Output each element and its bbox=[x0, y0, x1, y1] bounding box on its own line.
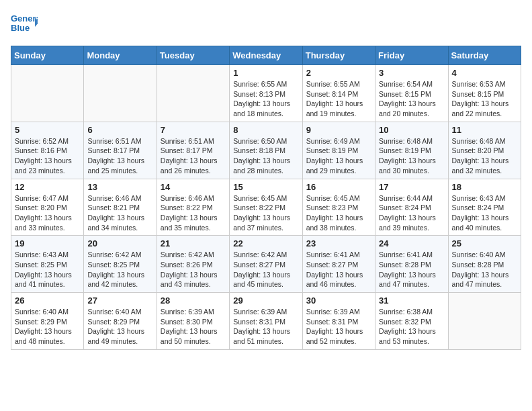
day-number: 16 bbox=[306, 182, 371, 192]
day-number: 31 bbox=[379, 295, 444, 306]
calendar-week-3: 12Sunrise: 6:47 AMSunset: 8:20 PMDayligh… bbox=[11, 179, 521, 236]
calendar-cell: 14Sunrise: 6:46 AMSunset: 8:22 PMDayligh… bbox=[157, 179, 229, 236]
day-info: Sunrise: 6:46 AMSunset: 8:21 PMDaylight:… bbox=[87, 193, 152, 233]
day-info: Sunrise: 6:53 AMSunset: 8:15 PMDaylight:… bbox=[452, 79, 517, 119]
calendar-cell: 23Sunrise: 6:41 AMSunset: 8:27 PMDayligh… bbox=[302, 236, 375, 293]
day-info: Sunrise: 6:44 AMSunset: 8:24 PMDaylight:… bbox=[379, 193, 444, 233]
day-info: Sunrise: 6:39 AMSunset: 8:31 PMDaylight:… bbox=[233, 307, 298, 347]
day-number: 5 bbox=[15, 125, 80, 135]
calendar-cell: 20Sunrise: 6:42 AMSunset: 8:25 PMDayligh… bbox=[84, 236, 157, 293]
day-number: 27 bbox=[87, 295, 152, 306]
calendar-cell: 4Sunrise: 6:53 AMSunset: 8:15 PMDaylight… bbox=[448, 65, 521, 122]
day-number: 28 bbox=[161, 295, 226, 306]
calendar-cell: 18Sunrise: 6:43 AMSunset: 8:24 PMDayligh… bbox=[448, 179, 521, 236]
day-info: Sunrise: 6:40 AMSunset: 8:29 PMDaylight:… bbox=[15, 307, 80, 347]
logo-svg: General Blue bbox=[11, 11, 38, 38]
day-info: Sunrise: 6:43 AMSunset: 8:25 PMDaylight:… bbox=[15, 250, 80, 289]
day-number: 22 bbox=[233, 238, 298, 248]
day-info: Sunrise: 6:51 AMSunset: 8:17 PMDaylight:… bbox=[87, 136, 152, 176]
day-number: 24 bbox=[379, 238, 444, 248]
svg-text:Blue: Blue bbox=[11, 23, 30, 33]
calendar-header-row: SundayMondayTuesdayWednesdayThursdayFrid… bbox=[11, 46, 521, 65]
calendar-cell: 7Sunrise: 6:51 AMSunset: 8:17 PMDaylight… bbox=[157, 122, 229, 179]
calendar-cell: 16Sunrise: 6:45 AMSunset: 8:23 PMDayligh… bbox=[302, 179, 375, 236]
day-info: Sunrise: 6:42 AMSunset: 8:25 PMDaylight:… bbox=[87, 250, 152, 289]
day-info: Sunrise: 6:43 AMSunset: 8:24 PMDaylight:… bbox=[452, 193, 517, 233]
calendar-cell: 30Sunrise: 6:39 AMSunset: 8:31 PMDayligh… bbox=[302, 293, 375, 350]
day-info: Sunrise: 6:38 AMSunset: 8:32 PMDaylight:… bbox=[379, 307, 444, 347]
day-info: Sunrise: 6:40 AMSunset: 8:29 PMDaylight:… bbox=[87, 307, 152, 347]
day-info: Sunrise: 6:49 AMSunset: 8:19 PMDaylight:… bbox=[306, 136, 371, 176]
calendar-cell: 17Sunrise: 6:44 AMSunset: 8:24 PMDayligh… bbox=[375, 179, 448, 236]
day-number: 13 bbox=[87, 182, 152, 192]
day-number: 17 bbox=[379, 182, 444, 192]
calendar-cell: 12Sunrise: 6:47 AMSunset: 8:20 PMDayligh… bbox=[11, 179, 84, 236]
day-info: Sunrise: 6:45 AMSunset: 8:23 PMDaylight:… bbox=[306, 193, 371, 233]
calendar-cell: 10Sunrise: 6:48 AMSunset: 8:19 PMDayligh… bbox=[375, 122, 448, 179]
calendar-cell: 6Sunrise: 6:51 AMSunset: 8:17 PMDaylight… bbox=[84, 122, 157, 179]
calendar-cell: 21Sunrise: 6:42 AMSunset: 8:26 PMDayligh… bbox=[157, 236, 229, 293]
day-header-sunday: Sunday bbox=[11, 46, 84, 65]
day-info: Sunrise: 6:54 AMSunset: 8:15 PMDaylight:… bbox=[379, 79, 444, 119]
calendar-cell: 29Sunrise: 6:39 AMSunset: 8:31 PMDayligh… bbox=[230, 293, 302, 350]
day-number: 30 bbox=[306, 295, 371, 306]
day-number: 12 bbox=[15, 182, 80, 192]
day-info: Sunrise: 6:50 AMSunset: 8:18 PMDaylight:… bbox=[233, 136, 298, 176]
day-info: Sunrise: 6:55 AMSunset: 8:14 PMDaylight:… bbox=[306, 79, 371, 119]
page-header: General Blue bbox=[11, 11, 521, 38]
svg-text:General: General bbox=[11, 13, 38, 24]
calendar-cell bbox=[157, 65, 229, 122]
day-info: Sunrise: 6:41 AMSunset: 8:28 PMDaylight:… bbox=[379, 250, 444, 289]
day-number: 20 bbox=[87, 238, 152, 248]
calendar-cell bbox=[11, 65, 84, 122]
day-number: 19 bbox=[15, 238, 80, 248]
calendar-week-5: 26Sunrise: 6:40 AMSunset: 8:29 PMDayligh… bbox=[11, 293, 521, 350]
calendar-cell bbox=[448, 293, 521, 350]
day-number: 15 bbox=[233, 182, 298, 192]
day-info: Sunrise: 6:55 AMSunset: 8:13 PMDaylight:… bbox=[233, 79, 298, 119]
day-info: Sunrise: 6:42 AMSunset: 8:26 PMDaylight:… bbox=[161, 250, 226, 289]
day-info: Sunrise: 6:48 AMSunset: 8:20 PMDaylight:… bbox=[452, 136, 517, 176]
calendar-cell: 13Sunrise: 6:46 AMSunset: 8:21 PMDayligh… bbox=[84, 179, 157, 236]
day-number: 21 bbox=[161, 238, 226, 248]
day-header-thursday: Thursday bbox=[302, 46, 375, 65]
calendar-cell: 2Sunrise: 6:55 AMSunset: 8:14 PMDaylight… bbox=[302, 65, 375, 122]
calendar-week-4: 19Sunrise: 6:43 AMSunset: 8:25 PMDayligh… bbox=[11, 236, 521, 293]
calendar-cell: 24Sunrise: 6:41 AMSunset: 8:28 PMDayligh… bbox=[375, 236, 448, 293]
day-header-saturday: Saturday bbox=[448, 46, 521, 65]
day-header-friday: Friday bbox=[375, 46, 448, 65]
day-number: 11 bbox=[452, 125, 517, 135]
day-number: 1 bbox=[233, 68, 298, 78]
calendar-table: SundayMondayTuesdayWednesdayThursdayFrid… bbox=[11, 46, 521, 350]
day-info: Sunrise: 6:39 AMSunset: 8:30 PMDaylight:… bbox=[161, 307, 226, 347]
day-info: Sunrise: 6:46 AMSunset: 8:22 PMDaylight:… bbox=[161, 193, 226, 233]
day-number: 9 bbox=[306, 125, 371, 135]
calendar-week-2: 5Sunrise: 6:52 AMSunset: 8:16 PMDaylight… bbox=[11, 122, 521, 179]
day-header-wednesday: Wednesday bbox=[230, 46, 302, 65]
day-number: 4 bbox=[452, 68, 517, 78]
day-number: 10 bbox=[379, 125, 444, 135]
calendar-cell: 22Sunrise: 6:42 AMSunset: 8:27 PMDayligh… bbox=[230, 236, 302, 293]
day-number: 3 bbox=[379, 68, 444, 78]
day-number: 26 bbox=[15, 295, 80, 306]
day-info: Sunrise: 6:52 AMSunset: 8:16 PMDaylight:… bbox=[15, 136, 80, 176]
day-number: 8 bbox=[233, 125, 298, 135]
day-header-tuesday: Tuesday bbox=[157, 46, 229, 65]
day-info: Sunrise: 6:51 AMSunset: 8:17 PMDaylight:… bbox=[161, 136, 226, 176]
day-number: 7 bbox=[161, 125, 226, 135]
calendar-cell bbox=[84, 65, 157, 122]
day-number: 6 bbox=[87, 125, 152, 135]
day-number: 18 bbox=[452, 182, 517, 192]
calendar-cell: 9Sunrise: 6:49 AMSunset: 8:19 PMDaylight… bbox=[302, 122, 375, 179]
day-info: Sunrise: 6:48 AMSunset: 8:19 PMDaylight:… bbox=[379, 136, 444, 176]
day-info: Sunrise: 6:40 AMSunset: 8:28 PMDaylight:… bbox=[452, 250, 517, 289]
calendar-week-1: 1Sunrise: 6:55 AMSunset: 8:13 PMDaylight… bbox=[11, 65, 521, 122]
day-number: 25 bbox=[452, 238, 517, 248]
day-info: Sunrise: 6:42 AMSunset: 8:27 PMDaylight:… bbox=[233, 250, 298, 289]
calendar-cell: 26Sunrise: 6:40 AMSunset: 8:29 PMDayligh… bbox=[11, 293, 84, 350]
calendar-cell: 11Sunrise: 6:48 AMSunset: 8:20 PMDayligh… bbox=[448, 122, 521, 179]
day-info: Sunrise: 6:47 AMSunset: 8:20 PMDaylight:… bbox=[15, 193, 80, 233]
day-number: 2 bbox=[306, 68, 371, 78]
calendar-cell: 19Sunrise: 6:43 AMSunset: 8:25 PMDayligh… bbox=[11, 236, 84, 293]
logo: General Blue bbox=[11, 11, 38, 38]
